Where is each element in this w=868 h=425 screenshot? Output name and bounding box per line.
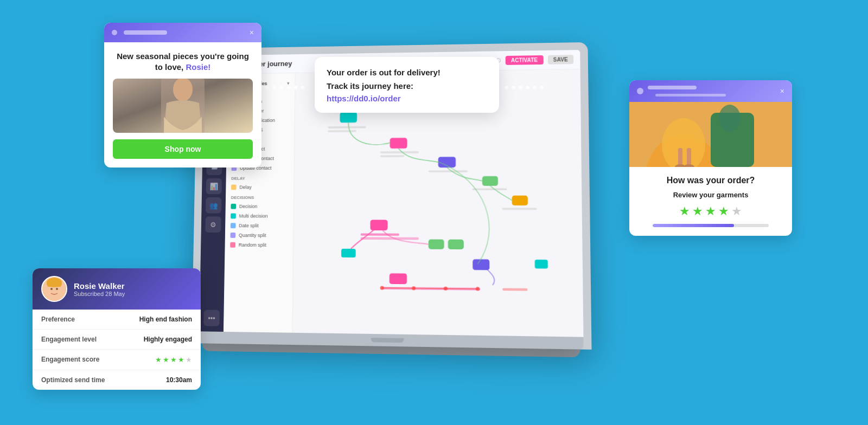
email-popup-body: New seasonal pieces you're going to love… [104,42,261,168]
svg-point-1 [173,79,193,101]
panel-date-split[interactable]: Date split [225,221,293,230]
star-3[interactable]: ★ [705,204,716,218]
laptop-notch [371,338,404,343]
email-popup-header: × [104,23,261,42]
panel-random-split[interactable]: Random split [225,240,293,250]
sidebar-icon-settings[interactable]: ⚙ [205,216,221,233]
svg-rect-19 [340,112,357,123]
panel-quantity-split[interactable]: Quantity split [225,230,293,240]
svg-point-43 [412,286,416,290]
customer-avatar [41,276,67,302]
fashion-figure-svg [150,79,215,133]
shop-now-button[interactable]: Shop now [113,139,253,159]
engagement-level-value: Highly engaged [144,336,192,343]
svg-rect-25 [438,157,456,168]
svg-point-14 [56,288,58,290]
svg-rect-36 [448,240,464,249]
engagement-score-label: Engagement score [41,356,99,364]
decision-label: Decision [239,204,258,209]
svg-rect-32 [361,233,399,236]
review-header-dot [637,88,643,94]
svg-rect-31 [370,220,387,230]
panel-decision[interactable]: Decision [226,202,293,211]
quantity-split-icon [230,233,235,238]
star-4[interactable]: ★ [718,204,729,218]
review-question: How was your order? [638,176,783,185]
review-progress-fill [653,224,734,227]
star-5[interactable]: ★ [731,204,742,218]
review-popup-header: × [629,80,792,102]
decision-icon [231,204,236,209]
star-2[interactable]: ★ [692,204,703,218]
close-icon[interactable]: × [250,28,254,37]
svg-rect-7 [678,148,682,167]
svg-point-15 [47,278,62,287]
email-popup: × New seasonal pieces you're going to lo… [104,23,261,168]
delivery-line1: Your order is out for delivery! [327,67,487,78]
preference-label: Preference [41,315,75,323]
svg-rect-37 [473,259,489,270]
svg-rect-23 [380,151,419,153]
eng-star-2: ★ [163,356,169,364]
decisions-section: Decisions [226,192,293,202]
review-popup-body: How was your order? Review your garments… [629,167,792,236]
svg-point-6 [719,105,741,132]
panel-delay[interactable]: Delay [226,182,293,192]
customer-card-header: Rosie Walker Subscribed 28 May [33,268,201,310]
svg-rect-35 [429,240,444,249]
save-button[interactable]: SAVE [547,55,573,65]
preference-value: High end fashion [139,315,192,323]
date-split-icon [231,223,236,228]
svg-point-44 [444,287,448,291]
date-split-label: Date split [239,223,259,228]
sidebar-icon-more[interactable]: ••• [203,310,220,326]
svg-rect-41 [535,260,548,269]
svg-rect-27 [482,176,498,186]
customer-card: Rosie Walker Subscribed 28 May Preferenc… [33,268,201,390]
dots-connector-right [505,86,544,89]
svg-rect-38 [390,273,407,284]
sidebar-icon-chart[interactable]: 📊 [206,178,222,194]
email-popup-headline: New seasonal pieces you're going to love… [113,51,253,72]
eng-star-1: ★ [155,356,162,364]
quantity-split-label: Quantity split [239,233,266,238]
svg-rect-28 [473,188,507,190]
review-popup: × How was your order? Review your garmen… [629,80,792,236]
panel-multi-decision[interactable]: Multi decision [225,211,293,221]
customer-name: Rosie Walker [74,281,125,291]
review-progress-bar [653,224,769,227]
delay-label: Delay [239,184,251,190]
email-popup-image [113,79,253,133]
svg-rect-39 [382,287,480,290]
random-split-icon [230,242,235,248]
review-subtext: Review your garments [638,191,783,199]
svg-rect-26 [429,170,468,172]
svg-point-42 [380,286,384,289]
delay-icon [231,184,237,190]
header-dot [112,30,117,35]
customer-subscribed: Subscribed 28 May [74,291,125,297]
svg-rect-40 [502,288,527,291]
dots-connector-left [258,86,304,89]
engagement-stars: ★ ★ ★ ★ ★ [155,356,192,364]
svg-point-13 [50,288,53,290]
fashion-image [113,79,253,133]
eng-star-3: ★ [170,356,177,364]
customer-card-body: Preference High end fashion Engagement l… [33,310,201,390]
activate-button[interactable]: ACTIVATE [506,55,544,65]
eng-star-5: ★ [186,356,192,364]
svg-rect-34 [341,249,356,257]
engagement-score-row: Engagement score ★ ★ ★ ★ ★ [33,350,201,370]
svg-rect-33 [361,237,419,240]
sidebar-icon-users[interactable]: 👥 [206,197,221,213]
random-split-label: Random split [239,242,266,248]
review-stars[interactable]: ★ ★ ★ ★ ★ [638,204,783,218]
delay-section: Delay [226,173,294,183]
delivery-link[interactable]: https://dd0.io/order [327,94,487,103]
review-close-icon[interactable]: × [780,87,784,95]
star-1[interactable]: ★ [679,204,690,218]
send-time-row: Optimized send time 10:30am [33,370,201,390]
header-title-bar [124,30,167,35]
svg-rect-29 [512,196,528,205]
engagement-level-row: Engagement level Highly engaged [33,330,201,350]
